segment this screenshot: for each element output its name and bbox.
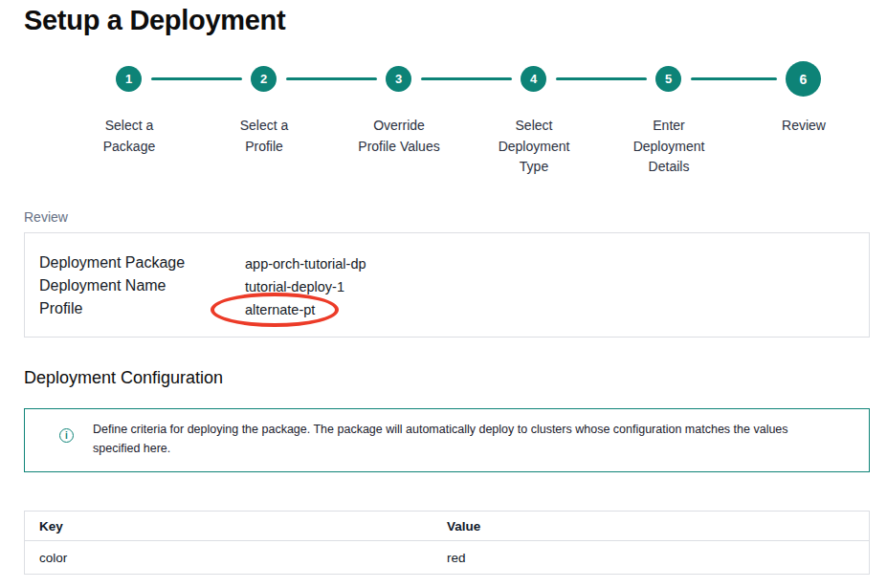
profile-label: Profile <box>39 300 245 317</box>
key-column-header: Key <box>25 519 447 534</box>
value-column-header: Value <box>447 519 869 534</box>
step-connector <box>151 77 242 80</box>
info-circle-icon: i <box>59 428 74 443</box>
table-row: color red <box>25 541 869 574</box>
step-6-label: Review <box>742 116 866 137</box>
value-cell: red <box>447 551 869 565</box>
setup-deployment-page: Setup a Deployment 1 2 3 4 5 6 Select a … <box>0 0 887 588</box>
deployment-configuration-heading: Deployment Configuration <box>24 368 223 388</box>
step-1-indicator[interactable]: 1 <box>116 66 142 92</box>
step-5-label: Enter Deployment Details <box>607 116 731 178</box>
step-connector <box>556 77 647 80</box>
deployment-package-value: app-orch-tutorial-dp <box>245 254 366 272</box>
step-1-label: Select a Package <box>67 116 191 157</box>
review-row-name: Deployment Name tutorial-deploy-1 <box>39 277 344 294</box>
deployment-package-label: Deployment Package <box>39 254 245 272</box>
review-row-package: Deployment Package app-orch-tutorial-dp <box>39 254 366 272</box>
step-connector <box>691 77 777 80</box>
step-2-label: Select a Profile <box>202 116 326 157</box>
step-6-indicator[interactable]: 6 <box>786 61 821 97</box>
step-2-indicator[interactable]: 2 <box>251 66 277 92</box>
step-4-label: Select Deployment Type <box>472 116 596 178</box>
review-row-profile: Profile alternate-pt <box>39 300 315 317</box>
review-summary-box: Deployment Package app-orch-tutorial-dp … <box>24 232 870 338</box>
deployment-name-value: tutorial-deploy-1 <box>245 277 344 294</box>
step-5-indicator[interactable]: 5 <box>655 66 681 92</box>
key-cell: color <box>25 551 447 565</box>
step-3-indicator[interactable]: 3 <box>386 66 411 92</box>
profile-value: alternate-pt <box>245 300 315 317</box>
review-section-label: Review <box>24 209 68 225</box>
deployment-name-label: Deployment Name <box>39 277 245 294</box>
table-header-row: Key Value <box>25 512 869 541</box>
step-4-indicator[interactable]: 4 <box>521 66 546 92</box>
info-banner-text: Define criteria for deploying the packag… <box>93 420 816 458</box>
step-connector <box>421 77 512 80</box>
info-banner: i Define criteria for deploying the pack… <box>24 408 870 472</box>
criteria-table: Key Value color red <box>24 511 870 575</box>
step-connector <box>286 77 377 80</box>
step-3-label: Override Profile Values <box>337 116 461 157</box>
page-title: Setup a Deployment <box>24 5 285 36</box>
